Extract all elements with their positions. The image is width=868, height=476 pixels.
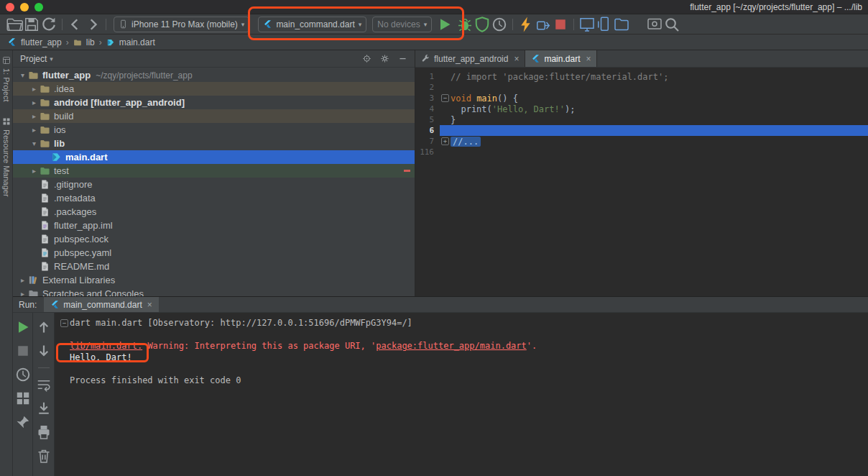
tree-item-flutter-app-iml[interactable]: flutter_app.iml [13, 219, 415, 232]
tree-item-pubspec-yaml[interactable]: pubspec.yaml [13, 246, 415, 260]
stop-icon[interactable] [552, 16, 569, 33]
device-selector[interactable]: iPhone 11 Pro Max (mobile) ▾ [114, 17, 249, 32]
chevron-right-icon: › [66, 37, 69, 47]
pin-icon[interactable] [14, 413, 32, 431]
tree-item-lib[interactable]: ▾lib [13, 137, 415, 150]
stop-dim-icon[interactable] [14, 342, 32, 360]
tree-item-scratches-and-consoles[interactable]: ▸Scratches and Consoles [13, 287, 415, 296]
breadcrumb-lib[interactable]: lib [86, 37, 95, 47]
print-icon[interactable] [35, 424, 52, 441]
code-line[interactable]: 3−void main() { [415, 93, 868, 104]
arrow-down-icon[interactable] [35, 342, 52, 360]
tree-item-label: README.md [54, 261, 109, 272]
arrow-up-icon[interactable] [35, 319, 52, 336]
fold-collapse-icon[interactable]: − [441, 94, 449, 102]
tree-item-android-flutter-app-android[interactable]: ▸android [flutter_app_android] [13, 96, 415, 109]
run-button[interactable] [436, 16, 453, 33]
tree-item-main-dart[interactable]: main.dart [13, 150, 415, 164]
device-file-explorer-icon[interactable] [613, 16, 630, 33]
layout-inspector-icon[interactable] [578, 16, 596, 33]
coverage-shield-icon[interactable] [474, 16, 491, 33]
device-selector-value: iPhone 11 Pro Max (mobile) [131, 19, 238, 29]
tree-item-packages[interactable]: .packages [13, 205, 415, 219]
editor-tab-main-dart[interactable]: main.dart× [525, 50, 597, 67]
folder-icon [28, 70, 39, 81]
run-tab-main-command[interactable]: main_command.dart × [44, 297, 158, 312]
project-panel-title[interactable]: Project [20, 54, 47, 64]
minimize-icon[interactable] [398, 54, 407, 63]
open-folder-icon[interactable] [6, 16, 23, 33]
chevron-right-icon[interactable]: ▸ [29, 126, 40, 134]
code-line[interactable]: 7+//... [415, 136, 868, 147]
code-line[interactable]: 116 [415, 147, 868, 157]
close-tab-icon[interactable]: × [514, 54, 519, 64]
tree-item-pubspec-lock[interactable]: pubspec.lock [13, 232, 415, 246]
scroll-end-icon[interactable] [35, 400, 52, 417]
breadcrumb-project[interactable]: flutter_app [21, 37, 62, 47]
chevron-right-icon[interactable]: ▸ [29, 99, 40, 106]
console-link[interactable]: lib/main.dart: [70, 341, 142, 351]
zoom-window-button[interactable] [34, 3, 43, 12]
editor-tab-flutter-app-android[interactable]: flutter_app_android× [415, 50, 525, 67]
project-tree: ▾flutter_app~/zqy/projects/flutter_app▸.… [13, 68, 415, 296]
tree-item-idea[interactable]: ▸.idea [13, 82, 415, 96]
tree-item-ios[interactable]: ▸ios [13, 123, 415, 137]
chevron-down-icon[interactable]: ▾ [29, 139, 40, 147]
tree-item-metadata[interactable]: .metadata [13, 191, 415, 205]
console-line [59, 363, 864, 375]
breadcrumb: flutter_app › lib › main.dart [0, 35, 868, 50]
device-manager-icon[interactable] [596, 16, 613, 33]
run-console[interactable]: −dart main.dart [Observatory: http://127… [55, 313, 868, 476]
console-text: dart main.dart [Observatory: http://127.… [70, 318, 412, 328]
debug-bug-icon[interactable] [456, 16, 474, 33]
tree-item-test[interactable]: ▸test [13, 164, 415, 178]
close-tab-icon[interactable]: × [586, 54, 591, 64]
close-window-button[interactable] [6, 3, 14, 12]
code-editor[interactable]: 1// import 'package:flutter/material.dar… [415, 68, 868, 296]
softwrap-icon[interactable] [35, 376, 52, 393]
clock-icon[interactable] [14, 366, 32, 383]
chevron-down-icon[interactable]: ▾ [17, 71, 28, 79]
sidebar-item-resource-manager[interactable]: Resource Manager [2, 117, 11, 197]
hot-reload-bolt-icon[interactable] [517, 16, 535, 33]
back-icon[interactable] [67, 16, 84, 33]
tree-item-readme-md[interactable]: README.md [13, 260, 415, 273]
grid-icon[interactable] [14, 390, 32, 407]
save-icon[interactable] [23, 16, 40, 33]
chevron-right-icon[interactable]: ▸ [17, 276, 28, 284]
target-device-selector[interactable]: No devices ▾ [372, 17, 432, 32]
code-line[interactable]: 5} [415, 114, 868, 125]
attach-debugger-icon[interactable] [535, 16, 552, 33]
chevron-right-icon[interactable]: ▸ [17, 290, 28, 296]
rerun-icon[interactable] [14, 319, 32, 336]
forward-icon[interactable] [84, 16, 101, 33]
tree-item-flutter-app[interactable]: ▾flutter_app~/zqy/projects/flutter_app [13, 68, 415, 82]
gear-icon[interactable] [380, 54, 389, 63]
tree-item-build[interactable]: ▸build [13, 109, 415, 123]
tree-item-external-libraries[interactable]: ▸External Libraries [13, 273, 415, 287]
profiler-icon[interactable] [491, 16, 508, 33]
code-line[interactable]: 4 print('Hello, Dart!'); [415, 104, 868, 114]
code-line[interactable]: 6 [415, 125, 868, 136]
tree-item-path: ~/zqy/projects/flutter_app [96, 70, 192, 81]
screenshot-icon[interactable] [646, 16, 663, 33]
chevron-right-icon[interactable]: ▸ [29, 112, 40, 120]
tree-item-gitignore[interactable]: .gitignore [13, 178, 415, 191]
fold-collapse-icon[interactable]: − [60, 319, 68, 327]
code-line[interactable]: 1// import 'package:flutter/material.dar… [415, 71, 868, 82]
breadcrumb-file[interactable]: main.dart [119, 37, 155, 47]
sync-icon[interactable] [40, 16, 57, 33]
chevron-right-icon[interactable]: ▸ [29, 167, 40, 175]
chevron-right-icon[interactable]: ▸ [29, 85, 40, 93]
code-line[interactable]: 2 [415, 82, 868, 93]
run-config-selector[interactable]: main_command.dart ▾ [258, 17, 366, 32]
fold-expand-icon[interactable]: + [441, 137, 449, 145]
locate-target-icon[interactable] [362, 54, 371, 63]
sidebar-item-project[interactable]: 1: Project [2, 56, 11, 101]
close-tab-icon[interactable]: × [147, 300, 152, 310]
chevron-down-icon: ▾ [241, 21, 245, 28]
search-icon[interactable] [663, 16, 680, 33]
console-link[interactable]: package:flutter_app/main.dart [376, 341, 527, 351]
minimize-window-button[interactable] [20, 3, 29, 12]
trash-icon[interactable] [35, 447, 52, 464]
